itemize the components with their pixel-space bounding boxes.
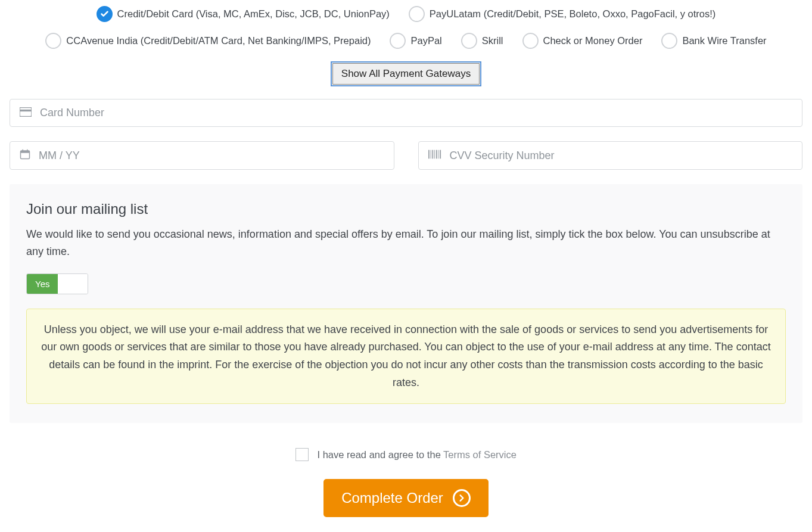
svg-rect-1	[20, 109, 32, 111]
card-cvv-input[interactable]	[450, 150, 793, 162]
radio-circle	[390, 33, 406, 49]
svg-rect-8	[432, 150, 433, 159]
toggle-yes-label: Yes	[27, 274, 58, 294]
card-expiry-field-wrap[interactable]	[10, 141, 394, 170]
check-icon	[100, 10, 109, 18]
card-fields	[10, 99, 802, 170]
calendar-icon	[20, 149, 30, 162]
card-expiry-input[interactable]	[39, 150, 384, 162]
radio-label: CCAvenue India (Credit/Debit/ATM Card, N…	[66, 35, 371, 46]
radio-circle	[97, 6, 113, 22]
card-number-input[interactable]	[40, 107, 792, 119]
svg-rect-6	[428, 150, 430, 159]
toggle-no-side	[58, 274, 88, 294]
radio-circle	[461, 33, 477, 49]
complete-order-label: Complete Order	[341, 490, 443, 506]
radio-label: PayULatam (Credit/Debit, PSE, Boleto, Ox…	[430, 8, 716, 20]
radio-label: Check or Money Order	[543, 35, 643, 46]
mailing-list-toggle[interactable]: Yes	[26, 273, 88, 294]
show-all-row: Show All Payment Gateways	[10, 63, 802, 85]
payment-radio-ccavenue[interactable]: CCAvenue India (Credit/Debit/ATM Card, N…	[45, 33, 371, 49]
svg-rect-0	[20, 107, 32, 116]
svg-rect-9	[434, 150, 435, 159]
terms-checkbox[interactable]	[295, 448, 309, 461]
svg-rect-5	[27, 150, 28, 152]
terms-text: I have read and agree to the Terms of Se…	[317, 449, 516, 460]
card-number-field-wrap[interactable]	[10, 99, 802, 127]
payment-radio-check[interactable]: Check or Money Order	[522, 33, 643, 49]
credit-card-icon	[20, 107, 32, 119]
svg-rect-10	[435, 150, 437, 159]
card-cvv-field-wrap[interactable]	[418, 141, 803, 170]
mailing-list-panel: Join our mailing list We would like to s…	[10, 184, 802, 423]
terms-row: I have read and agree to the Terms of Se…	[10, 448, 802, 461]
payment-method-group: Credit/Debit Card (Visa, MC, AmEx, Disc,…	[10, 6, 802, 60]
complete-order-button[interactable]: Complete Order	[323, 479, 489, 517]
mailing-list-title: Join our mailing list	[26, 201, 786, 217]
svg-rect-11	[438, 150, 438, 159]
payment-radio-credit-debit[interactable]: Credit/Debit Card (Visa, MC, AmEx, Disc,…	[97, 6, 390, 22]
terms-text-prefix: I have read and agree to the	[317, 449, 443, 460]
radio-label: Skrill	[482, 35, 503, 46]
payment-radio-paypal[interactable]: PayPal	[390, 33, 441, 49]
radio-label: PayPal	[410, 35, 441, 46]
payment-radio-payulatam[interactable]: PayULatam (Credit/Debit, PSE, Boleto, Ox…	[409, 6, 716, 22]
payment-radio-skrill[interactable]: Skrill	[461, 33, 503, 49]
mailing-list-description: We would like to send you occasional new…	[26, 226, 786, 260]
svg-rect-3	[21, 151, 30, 153]
mailing-list-notice: Unless you object, we will use your e-ma…	[26, 309, 786, 405]
svg-rect-12	[440, 150, 441, 159]
barcode-icon	[428, 150, 441, 161]
radio-label: Credit/Debit Card (Visa, MC, AmEx, Disc,…	[117, 8, 390, 20]
radio-circle	[409, 6, 425, 22]
radio-circle	[522, 33, 539, 49]
payment-radio-bankwire[interactable]: Bank Wire Transfer	[661, 33, 766, 49]
radio-label: Bank Wire Transfer	[682, 35, 766, 46]
show-all-gateways-button[interactable]: Show All Payment Gateways	[332, 63, 480, 85]
radio-circle	[661, 33, 677, 49]
arrow-right-circle-icon	[453, 489, 471, 507]
complete-order-row: Complete Order	[10, 479, 802, 517]
svg-rect-7	[430, 150, 431, 159]
svg-rect-4	[23, 150, 24, 152]
radio-circle	[45, 33, 61, 49]
terms-of-service-link[interactable]: Terms of Service	[443, 449, 517, 460]
